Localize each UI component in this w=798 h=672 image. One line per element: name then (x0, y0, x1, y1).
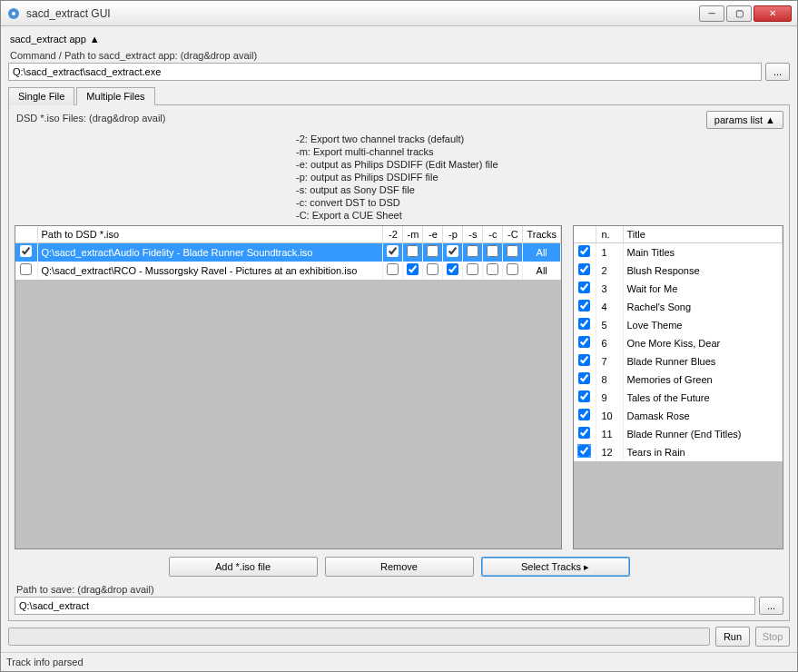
track-checkbox[interactable] (578, 409, 590, 420)
cmd-path-label: Command / Path to sacd_extract app: (dra… (10, 50, 790, 61)
svg-point-1 (12, 12, 15, 15)
flag-fm[interactable] (407, 263, 419, 275)
track-row[interactable]: 2Blush Response (574, 262, 783, 280)
browse-save-button[interactable]: ... (759, 597, 783, 615)
track-row[interactable]: 8Memories of Green (574, 371, 783, 389)
track-number: 8 (596, 371, 623, 389)
browse-cmd-button[interactable]: ... (765, 63, 790, 81)
track-checkbox[interactable] (578, 300, 590, 311)
params-list-button[interactable]: params list ▲ (706, 111, 783, 129)
flag-fc[interactable] (487, 263, 498, 275)
track-checkbox[interactable] (578, 318, 590, 330)
track-checkbox[interactable] (578, 427, 590, 439)
maximize-button[interactable]: ▢ (726, 5, 752, 22)
col-tracks[interactable]: Tracks (523, 226, 561, 243)
track-row[interactable]: 5Love Theme (574, 316, 783, 334)
save-path-input[interactable] (15, 597, 755, 615)
track-row[interactable]: 3Wait for Me (574, 280, 783, 298)
cmd-path-input[interactable] (8, 63, 762, 81)
track-row[interactable]: 6One More Kiss, Dear (574, 334, 783, 352)
col-path[interactable]: Path to DSD *.iso (37, 226, 383, 243)
track-checkbox[interactable] (578, 390, 590, 402)
flag-fs[interactable] (467, 245, 478, 257)
track-checkbox[interactable] (578, 372, 590, 384)
tracks-grid[interactable]: n. Title 1Main Titles2Blush Response3Wai… (573, 225, 783, 549)
col-track-n[interactable]: n. (596, 226, 623, 243)
track-number: 5 (596, 316, 623, 334)
minimize-button[interactable]: ─ (699, 5, 724, 22)
select-tracks-button[interactable]: Select Tracks ▸ (481, 557, 630, 577)
track-title: Blade Runner (End Titles) (623, 425, 783, 443)
file-path: Q:\sacd_extract\Audio Fidelity - Blade R… (37, 243, 383, 262)
track-checkbox[interactable] (578, 445, 590, 457)
save-path-label: Path to save: (drag&drop avail) (16, 584, 783, 595)
flag-fc[interactable] (487, 245, 498, 257)
section-header[interactable]: sacd_extract app ▲ (10, 34, 790, 44)
col-C[interactable]: -C (503, 226, 523, 243)
col-s[interactable]: -s (463, 226, 483, 243)
close-button[interactable]: ✕ (754, 5, 792, 22)
stop-button[interactable]: Stop (755, 627, 790, 647)
track-number: 10 (596, 407, 623, 425)
track-number: 6 (596, 334, 623, 352)
flag-f2[interactable] (387, 263, 399, 275)
col-c[interactable]: -c (483, 226, 503, 243)
file-row-checkbox[interactable] (20, 263, 32, 275)
col-2[interactable]: -2 (383, 226, 403, 243)
track-row[interactable]: 11Blade Runner (End Titles) (574, 425, 783, 443)
options-list: -2: Export two channel tracks (default) … (296, 133, 783, 222)
flag-fp[interactable] (447, 245, 458, 257)
file-row[interactable]: Q:\sacd_extract\Audio Fidelity - Blade R… (15, 243, 561, 262)
tab-single-file[interactable]: Single File (8, 87, 74, 105)
track-row[interactable]: 12Tears in Rain (574, 443, 783, 461)
app-icon (6, 6, 21, 21)
flag-f2[interactable] (387, 245, 399, 257)
track-number: 4 (596, 298, 623, 316)
progress-bar (8, 628, 710, 646)
track-title: One More Kiss, Dear (623, 334, 783, 352)
track-number: 9 (596, 389, 623, 407)
file-row-checkbox[interactable] (20, 245, 32, 257)
tab-multiple-files[interactable]: Multiple Files (76, 87, 154, 105)
flag-fe[interactable] (427, 263, 438, 275)
track-title: Rachel's Song (623, 298, 783, 316)
track-number: 3 (596, 280, 623, 298)
track-row[interactable]: 9Tales of the Future (574, 389, 783, 407)
track-row[interactable]: 1Main Titles (574, 243, 783, 262)
track-title: Tales of the Future (623, 389, 783, 407)
track-row[interactable]: 10Damask Rose (574, 407, 783, 425)
track-checkbox[interactable] (578, 354, 590, 366)
flag-fC[interactable] (507, 263, 518, 275)
section-header-label: sacd_extract app (10, 34, 86, 44)
col-m[interactable]: -m (403, 226, 423, 243)
track-checkbox[interactable] (578, 336, 590, 348)
track-number: 11 (596, 425, 623, 443)
track-title: Blush Response (623, 262, 783, 280)
add-iso-button[interactable]: Add *.iso file (169, 557, 318, 577)
track-checkbox[interactable] (578, 245, 590, 257)
flag-fs[interactable] (467, 263, 478, 275)
track-title: Love Theme (623, 316, 783, 334)
track-checkbox[interactable] (578, 263, 590, 275)
titlebar: sacd_extract GUI ─ ▢ ✕ (1, 1, 797, 26)
file-row[interactable]: Q:\sacd_extract\RCO - Mussorgsky Ravel -… (15, 262, 561, 280)
flag-fp[interactable] (447, 263, 458, 275)
remove-button[interactable]: Remove (325, 557, 474, 577)
file-tracks: All (523, 243, 561, 262)
flag-fm[interactable] (407, 245, 419, 257)
track-title: Memories of Green (623, 371, 783, 389)
track-number: 2 (596, 262, 623, 280)
track-title: Wait for Me (623, 280, 783, 298)
files-grid[interactable]: Path to DSD *.iso -2 -m -e -p -s -c -C T… (15, 225, 562, 549)
track-number: 7 (596, 352, 623, 371)
track-checkbox[interactable] (578, 282, 590, 293)
track-number: 12 (596, 443, 623, 461)
flag-fe[interactable] (427, 245, 438, 257)
track-row[interactable]: 7Blade Runner Blues (574, 352, 783, 371)
flag-fC[interactable] (507, 245, 518, 257)
col-track-title[interactable]: Title (623, 226, 783, 243)
run-button[interactable]: Run (715, 627, 750, 647)
col-e[interactable]: -e (423, 226, 443, 243)
col-p[interactable]: -p (443, 226, 463, 243)
track-row[interactable]: 4Rachel's Song (574, 298, 783, 316)
